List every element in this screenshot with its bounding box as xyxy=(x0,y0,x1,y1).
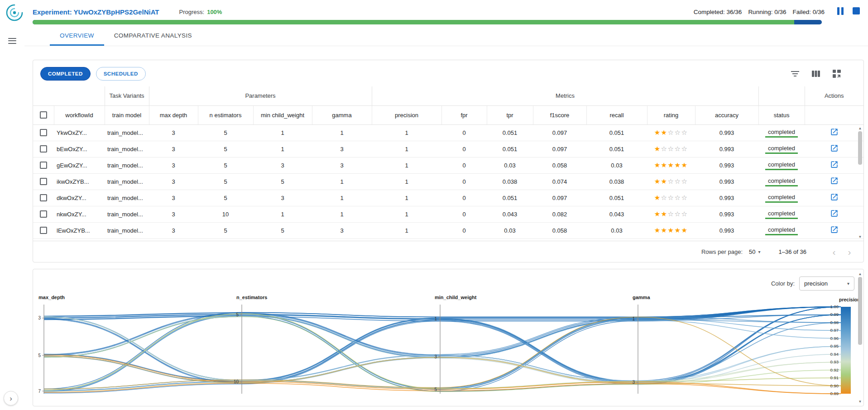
open-run-button[interactable] xyxy=(829,143,839,155)
next-page-button[interactable]: › xyxy=(842,247,857,257)
cell-fpr: 0 xyxy=(441,222,487,238)
rating-stars[interactable]: ★☆☆☆☆ xyxy=(647,190,695,206)
pagination: Rows per page: 50 ▾ 1–36 of 36 ‹ › xyxy=(33,241,863,262)
columns-button[interactable] xyxy=(810,68,822,79)
tab-overview[interactable]: OVERVIEW xyxy=(50,26,104,46)
pivot-table-button[interactable] xyxy=(831,68,843,80)
rating-stars[interactable]: ★★☆☆☆ xyxy=(647,124,695,141)
app-logo[interactable] xyxy=(5,4,24,22)
pause-button[interactable] xyxy=(835,5,845,17)
col-accuracy[interactable]: accuracy xyxy=(695,105,758,124)
cell-status: completed xyxy=(758,190,805,206)
chevron-left-icon: ‹ xyxy=(833,247,836,257)
col-min-child-weight[interactable]: min child_weight xyxy=(253,105,312,124)
table-row: dkwOxZY... train_model... 3 5 3 1 1 0 0.… xyxy=(33,190,863,206)
experiment-title[interactable]: Experiment: YUwOxZYBpHPS2GelNiAT xyxy=(33,8,159,16)
svg-text:5: 5 xyxy=(434,387,437,392)
cell-workflowId: bEwOxZY... xyxy=(54,141,105,157)
rating-stars[interactable]: ★★★★★ xyxy=(647,157,695,173)
row-checkbox[interactable] xyxy=(40,129,47,136)
star-icon: ☆ xyxy=(681,129,688,136)
prev-page-button[interactable]: ‹ xyxy=(826,247,842,257)
group-metrics: Metrics xyxy=(372,86,758,105)
star-icon: ★ xyxy=(668,161,675,169)
parallel-coordinates-chart[interactable]: max_depth357n_estimators510min_child_wei… xyxy=(33,291,863,404)
col-max-depth[interactable]: max depth xyxy=(149,105,198,124)
star-icon: ★ xyxy=(674,226,681,234)
parallel-coordinates-svg: max_depth357n_estimators510min_child_wei… xyxy=(33,291,863,404)
cell-f1score: 0.058 xyxy=(533,157,586,173)
expand-sidebar-button[interactable]: › xyxy=(4,391,18,405)
open-run-button[interactable] xyxy=(829,224,839,236)
row-checkbox[interactable] xyxy=(40,227,47,234)
star-icon: ★ xyxy=(661,177,668,185)
cell-accuracy: 0.993 xyxy=(695,141,758,157)
open-in-new-icon xyxy=(830,128,839,136)
open-run-button[interactable] xyxy=(829,208,839,220)
row-checkbox[interactable] xyxy=(40,178,47,185)
row-checkbox[interactable] xyxy=(40,145,47,153)
open-in-new-icon xyxy=(830,193,839,201)
cell-accuracy: 0.993 xyxy=(695,124,758,141)
col-workflowId[interactable]: workflowId xyxy=(54,105,105,124)
open-run-button[interactable] xyxy=(829,159,839,171)
scroll-up-icon[interactable]: ▲ xyxy=(858,272,862,277)
svg-text:1.00: 1.00 xyxy=(830,304,839,309)
filter-chips-row: COMPLETED SCHEDULED xyxy=(33,60,863,86)
scroll-down-icon[interactable]: ▼ xyxy=(858,235,862,239)
filter-button[interactable] xyxy=(789,69,801,79)
open-run-button[interactable] xyxy=(829,192,839,204)
col-recall[interactable]: recall xyxy=(586,105,647,124)
col-status[interactable]: status xyxy=(758,105,805,124)
rating-stars[interactable]: ★★☆☆☆ xyxy=(647,206,695,222)
rows-per-page-value: 50 xyxy=(749,248,755,255)
col-gamma[interactable]: gamma xyxy=(312,105,372,124)
star-icon: ★ xyxy=(681,161,688,169)
cell-recall: 0.043 xyxy=(586,206,647,222)
cell-gamma: 3 xyxy=(312,222,372,238)
col-n-estimators[interactable]: n estimators xyxy=(198,105,253,124)
col-precision[interactable]: precision xyxy=(372,105,441,124)
col-f1score[interactable]: f1score xyxy=(533,105,586,124)
cell-workflowId: dkwOxZY... xyxy=(54,190,105,206)
open-run-button[interactable] xyxy=(829,127,839,138)
cell-gamma: 1 xyxy=(312,206,372,222)
scroll-up-icon[interactable]: ▲ xyxy=(858,126,862,131)
svg-text:0.90: 0.90 xyxy=(830,383,839,388)
completed-filter-chip[interactable]: COMPLETED xyxy=(40,67,91,81)
scrollbar-thumb[interactable] xyxy=(858,277,862,345)
table-scrollbar[interactable]: ▲ ▼ xyxy=(857,126,863,239)
row-checkbox[interactable] xyxy=(40,194,47,201)
cell-min-child-weight: 3 xyxy=(253,190,312,206)
star-icon: ★ xyxy=(654,194,661,201)
col-fpr[interactable]: fpr xyxy=(441,105,487,124)
rating-stars[interactable]: ★☆☆☆☆ xyxy=(647,141,695,157)
col-train-model[interactable]: train model xyxy=(105,105,149,124)
cell-precision: 1 xyxy=(372,124,441,141)
select-all-checkbox[interactable] xyxy=(40,111,47,119)
app-logo-icon xyxy=(5,4,24,22)
col-rating[interactable]: rating xyxy=(647,105,695,124)
scroll-down-icon[interactable]: ▼ xyxy=(858,400,862,404)
scheduled-filter-chip[interactable]: SCHEDULED xyxy=(96,67,146,81)
stop-button[interactable] xyxy=(851,5,862,16)
stop-icon xyxy=(853,7,860,14)
tab-comparative-analysis[interactable]: COMPARATIVE ANALYSIS xyxy=(104,26,202,46)
row-checkbox[interactable] xyxy=(40,210,47,218)
rows-per-page-select[interactable]: 50 ▾ xyxy=(749,248,761,255)
scrollbar-thumb[interactable] xyxy=(858,131,862,165)
rating-stars[interactable]: ★★☆☆☆ xyxy=(647,173,695,190)
cell-precision: 1 xyxy=(372,190,441,206)
open-run-button[interactable] xyxy=(829,176,839,187)
tabbar: OVERVIEW COMPARATIVE ANALYSIS xyxy=(24,26,868,46)
cell-f1score: 0.097 xyxy=(533,190,586,206)
color-by-select[interactable]: precision ▾ xyxy=(799,277,854,291)
cell-workflowId: gEwOxZY... xyxy=(54,157,105,173)
row-checkbox[interactable] xyxy=(40,162,47,169)
chart-scrollbar[interactable]: ▲ ▼ xyxy=(857,272,863,404)
cell-tpr: 0.051 xyxy=(487,124,533,141)
col-tpr[interactable]: tpr xyxy=(487,105,533,124)
rating-stars[interactable]: ★★★★★ xyxy=(647,222,695,238)
star-icon: ☆ xyxy=(681,210,688,218)
menu-button[interactable] xyxy=(3,32,21,50)
